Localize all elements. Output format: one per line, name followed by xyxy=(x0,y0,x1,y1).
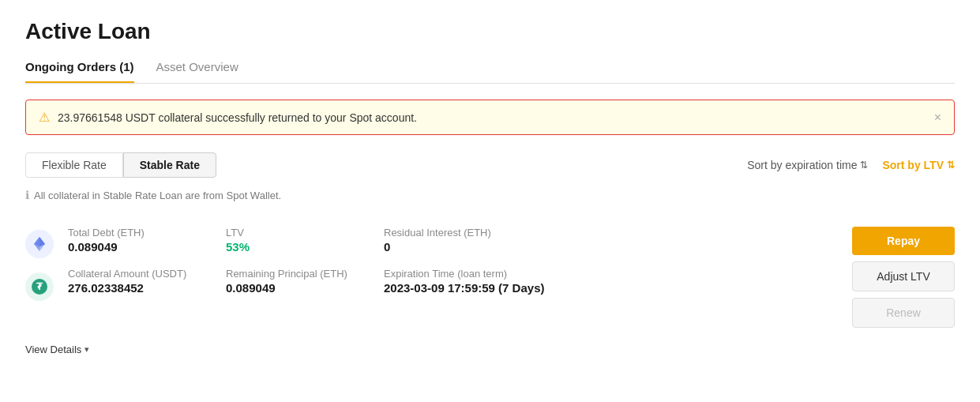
view-details-label: View Details xyxy=(25,344,81,355)
ltv-value: 53% xyxy=(226,240,384,254)
detail-group-middle: LTV 53% Remaining Principal (ETH) 0.0890… xyxy=(226,227,384,295)
svg-marker-3 xyxy=(34,237,39,247)
loan-card: ₮ Total Debt (ETH) 0.089049 Collateral A… xyxy=(25,219,955,336)
residual-interest-item: Residual Interest (ETH) 0 xyxy=(384,227,589,254)
detail-group-left: Total Debt (ETH) 0.089049 Collateral Amo… xyxy=(68,227,226,295)
remaining-principal-label: Remaining Principal (ETH) xyxy=(226,268,384,280)
usdt-icon: ₮ xyxy=(25,272,54,301)
collateral-item: Collateral Amount (USDT) 276.02338452 xyxy=(68,268,226,295)
tab-asset-overview[interactable]: Asset Overview xyxy=(156,60,238,83)
svg-marker-4 xyxy=(39,237,45,247)
total-debt-item: Total Debt (ETH) 0.089049 xyxy=(68,227,226,254)
flexible-rate-button[interactable]: Flexible Rate xyxy=(25,152,123,178)
remaining-principal-value: 0.089049 xyxy=(226,281,384,295)
sort-ltv-icon: ⇅ xyxy=(947,160,955,171)
loan-details: Total Debt (ETH) 0.089049 Collateral Amo… xyxy=(68,227,820,295)
adjust-ltv-button[interactable]: Adjust LTV xyxy=(852,261,955,291)
ltv-item: LTV 53% xyxy=(226,227,384,254)
ltv-label: LTV xyxy=(226,227,384,239)
eth-icon xyxy=(25,230,54,258)
total-debt-label: Total Debt (ETH) xyxy=(68,227,226,239)
detail-group-right: Residual Interest (ETH) 0 Expiration Tim… xyxy=(384,227,589,295)
expiration-item: Expiration Time (loan term) 2023-03-09 1… xyxy=(384,268,589,295)
residual-interest-value: 0 xyxy=(384,240,589,254)
svg-text:₮: ₮ xyxy=(36,281,43,292)
stable-rate-button[interactable]: Stable Rate xyxy=(123,152,216,178)
coin-icons: ₮ xyxy=(25,230,54,301)
sort-expiration-label: Sort by expiration time xyxy=(747,159,857,171)
total-debt-value: 0.089049 xyxy=(68,240,226,254)
view-details-button[interactable]: View Details ▾ xyxy=(25,344,955,355)
collateral-value: 276.02338452 xyxy=(68,281,226,295)
sort-controls: Sort by expiration time ⇅ Sort by LTV ⇅ xyxy=(747,159,955,171)
alert-banner: ⚠ 23.97661548 USDT collateral successful… xyxy=(25,100,955,135)
residual-interest-label: Residual Interest (ETH) xyxy=(384,227,589,239)
alert-message: 23.97661548 USDT collateral successfully… xyxy=(58,111,417,124)
expiration-value: 2023-03-09 17:59:59 (7 Days) xyxy=(384,281,589,295)
collateral-label: Collateral Amount (USDT) xyxy=(68,268,226,280)
page-title: Active Loan xyxy=(25,19,955,44)
alert-content: ⚠ 23.97661548 USDT collateral successful… xyxy=(39,110,417,125)
remaining-principal-item: Remaining Principal (ETH) 0.089049 xyxy=(226,268,384,295)
tabs-nav: Ongoing Orders (1) Asset Overview xyxy=(25,60,955,84)
sort-by-ltv[interactable]: Sort by LTV ⇅ xyxy=(882,159,955,171)
repay-button[interactable]: Repay xyxy=(852,227,955,255)
info-icon: ℹ xyxy=(25,189,29,201)
warning-icon: ⚠ xyxy=(39,110,50,125)
info-note: ℹ All collateral in Stable Rate Loan are… xyxy=(25,189,955,201)
alert-close-button[interactable]: × xyxy=(934,111,941,125)
sort-ltv-label: Sort by LTV xyxy=(882,159,944,171)
info-note-text: All collateral in Stable Rate Loan are f… xyxy=(34,190,281,201)
tab-ongoing-orders[interactable]: Ongoing Orders (1) xyxy=(25,60,134,83)
sort-by-expiration[interactable]: Sort by expiration time ⇅ xyxy=(747,159,868,171)
loan-row-left: ₮ Total Debt (ETH) 0.089049 Collateral A… xyxy=(25,227,820,301)
renew-button[interactable]: Renew xyxy=(852,298,955,328)
sort-expiration-icon: ⇅ xyxy=(860,160,868,171)
expiration-label: Expiration Time (loan term) xyxy=(384,268,589,280)
rate-button-group: Flexible Rate Stable Rate xyxy=(25,152,216,178)
loan-actions: Repay Adjust LTV Renew xyxy=(852,227,955,328)
chevron-down-icon: ▾ xyxy=(84,344,89,355)
rate-controls: Flexible Rate Stable Rate Sort by expira… xyxy=(25,152,955,178)
